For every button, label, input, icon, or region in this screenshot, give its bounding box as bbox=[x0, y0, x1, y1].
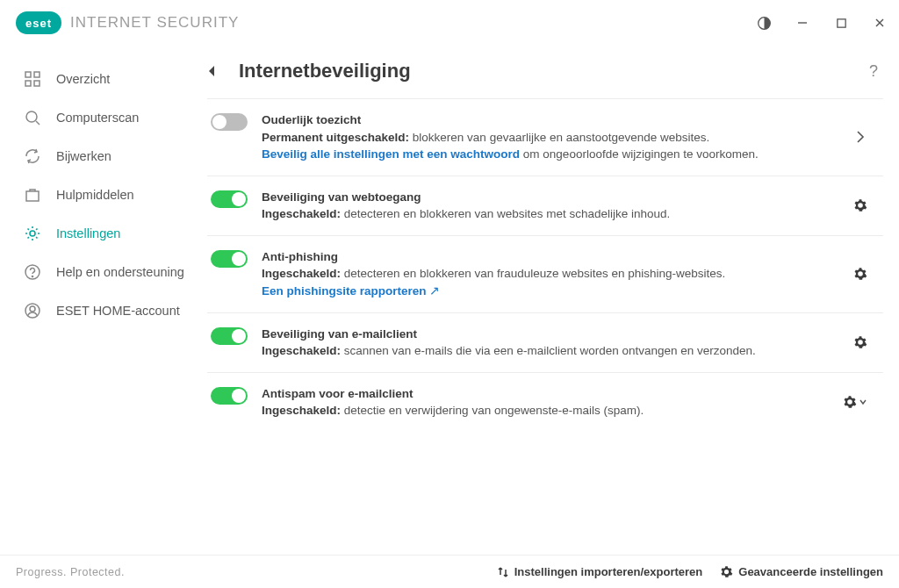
update-icon bbox=[23, 147, 42, 165]
footer-btn-label: Instellingen importeren/exporteren bbox=[514, 565, 703, 578]
import-export-button[interactable]: Instellingen importeren/exporteren bbox=[497, 565, 703, 578]
gear-icon bbox=[720, 565, 733, 578]
report-phishing-row: Een phishingsite rapporteren ↗ bbox=[262, 283, 843, 300]
settings-icon bbox=[23, 225, 42, 242]
setting-description: Ingeschakeld: detectie en verwijdering v… bbox=[262, 402, 832, 419]
svg-point-12 bbox=[30, 231, 35, 236]
sidebar-item-label: Help en ondersteuning bbox=[56, 265, 184, 279]
theme-toggle-icon[interactable] bbox=[744, 5, 783, 40]
import-export-icon bbox=[497, 566, 509, 578]
sidebar-item-home-account[interactable]: ESET HOME-account bbox=[0, 291, 202, 330]
sidebar-item-update[interactable]: Bijwerken bbox=[0, 137, 202, 176]
overview-icon bbox=[23, 70, 42, 88]
sidebar-item-label: Bijwerken bbox=[56, 149, 111, 163]
titlebar: eset INTERNET SECURITY bbox=[0, 0, 899, 46]
setting-title: Beveiliging van webtoegang bbox=[262, 189, 843, 206]
setting-hint: Beveilig alle instellingen met een wacht… bbox=[262, 146, 843, 163]
svg-marker-17 bbox=[209, 66, 214, 76]
svg-point-9 bbox=[26, 111, 37, 122]
svg-rect-5 bbox=[25, 72, 31, 77]
setting-description: Ingeschakeld: detecteren en blokkeren va… bbox=[262, 265, 843, 283]
footer-btn-label: Geavanceerde instellingen bbox=[738, 565, 883, 578]
context-help-button[interactable]: ? bbox=[869, 62, 883, 81]
sidebar-item-overview[interactable]: Overzicht bbox=[0, 60, 202, 98]
antispam-gear-dropdown[interactable] bbox=[832, 395, 878, 409]
scan-icon bbox=[23, 109, 42, 126]
minimize-button[interactable] bbox=[783, 5, 822, 40]
sidebar-item-label: ESET HOME-account bbox=[56, 304, 180, 318]
sidebar-item-settings[interactable]: Instellingen bbox=[0, 214, 202, 253]
footer: Progress. Protected. Instellingen import… bbox=[0, 555, 899, 588]
footer-tagline: Progress. Protected. bbox=[16, 566, 125, 578]
antiphishing-toggle[interactable] bbox=[211, 250, 248, 268]
svg-rect-2 bbox=[837, 18, 845, 26]
setting-title: Anti-phishing bbox=[262, 248, 843, 266]
maximize-button[interactable] bbox=[822, 5, 860, 40]
svg-rect-7 bbox=[25, 81, 31, 86]
svg-point-16 bbox=[30, 306, 35, 312]
svg-point-14 bbox=[32, 276, 32, 276]
eset-badge: eset bbox=[16, 11, 61, 34]
advanced-settings-button[interactable]: Geavanceerde instellingen bbox=[720, 565, 883, 578]
page-title: Internetbeveiliging bbox=[239, 60, 411, 82]
setting-title: Beveiliging van e-mailclient bbox=[262, 326, 843, 343]
app-logo: eset INTERNET SECURITY bbox=[16, 11, 239, 34]
emailclient-gear[interactable] bbox=[843, 335, 878, 349]
password-protect-link[interactable]: Beveilig alle instellingen met een wacht… bbox=[262, 147, 520, 161]
product-name: INTERNET SECURITY bbox=[70, 14, 239, 32]
setting-antispam: Antispam voor e-mailclient Ingeschakeld:… bbox=[207, 372, 883, 432]
close-button[interactable] bbox=[860, 5, 899, 40]
sidebar: Overzicht Computerscan Bijwerken Hulpmid… bbox=[0, 46, 202, 555]
chevron-down-icon bbox=[859, 398, 867, 406]
external-link-icon[interactable]: ↗ bbox=[429, 284, 440, 298]
setting-description: Permanent uitgeschakeld: blokkeren van g… bbox=[262, 129, 843, 147]
setting-description: Ingeschakeld: detecteren en blokkeren va… bbox=[262, 205, 843, 223]
window-controls bbox=[744, 5, 899, 40]
svg-rect-8 bbox=[34, 81, 40, 86]
content-header: Internetbeveiliging ? bbox=[207, 60, 883, 98]
sidebar-item-tools[interactable]: Hulpmiddelen bbox=[0, 176, 202, 214]
setting-title: Ouderlijk toezicht bbox=[262, 111, 843, 129]
setting-email-client: Beveiliging van e-mailclient Ingeschakel… bbox=[207, 312, 883, 372]
webaccess-gear[interactable] bbox=[843, 198, 878, 212]
parental-chevron[interactable] bbox=[843, 130, 878, 144]
sidebar-item-help[interactable]: Help en ondersteuning bbox=[0, 253, 202, 291]
sidebar-item-label: Instellingen bbox=[56, 226, 120, 240]
antiphishing-gear[interactable] bbox=[843, 267, 878, 281]
report-phishing-link[interactable]: Een phishingsite rapporteren bbox=[262, 284, 427, 298]
content-area: Internetbeveiliging ? Ouderlijk toezicht… bbox=[202, 46, 899, 555]
setting-web-access: Beveiliging van webtoegang Ingeschakeld:… bbox=[207, 176, 883, 235]
setting-title: Antispam voor e-mailclient bbox=[262, 385, 832, 403]
svg-rect-6 bbox=[34, 72, 40, 77]
sidebar-item-label: Overzicht bbox=[56, 72, 110, 86]
svg-rect-11 bbox=[26, 191, 39, 201]
setting-description: Ingeschakeld: scannen van e-mails die vi… bbox=[262, 342, 843, 360]
sidebar-item-label: Hulpmiddelen bbox=[56, 188, 134, 202]
back-button[interactable] bbox=[207, 65, 221, 77]
setting-parental-control: Ouderlijk toezicht Permanent uitgeschake… bbox=[207, 98, 883, 176]
svg-line-10 bbox=[36, 121, 40, 125]
antispam-toggle[interactable] bbox=[211, 387, 248, 405]
webaccess-toggle[interactable] bbox=[211, 190, 248, 208]
account-icon bbox=[23, 302, 42, 319]
sidebar-item-computerscan[interactable]: Computerscan bbox=[0, 98, 202, 137]
parental-toggle[interactable] bbox=[211, 113, 248, 131]
setting-antiphishing: Anti-phishing Ingeschakeld: detecteren e… bbox=[207, 235, 883, 312]
tools-icon bbox=[23, 186, 42, 204]
emailclient-toggle[interactable] bbox=[211, 327, 248, 345]
help-icon bbox=[23, 263, 42, 281]
sidebar-item-label: Computerscan bbox=[56, 111, 139, 125]
